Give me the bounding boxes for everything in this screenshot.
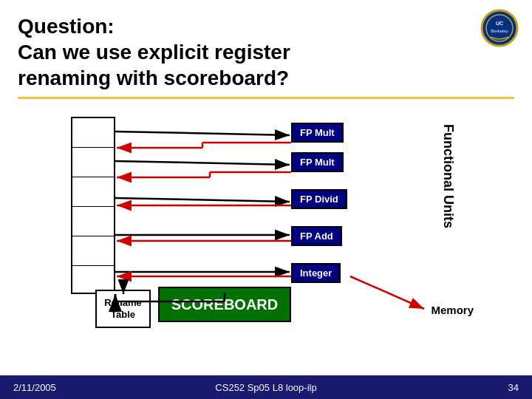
rename-table-box: RenameTable xyxy=(95,290,151,328)
fu-fp-add-label: FP Add xyxy=(300,231,333,242)
fu-fp-add: FP Add xyxy=(291,226,342,246)
fu-fp-div: FP Divid xyxy=(291,189,347,209)
fu-fp-mult1: FP Mult xyxy=(291,123,344,143)
svg-point-0 xyxy=(482,10,517,46)
fu-fp-mult2-label: FP Mult xyxy=(300,157,335,168)
svg-line-9 xyxy=(115,198,290,202)
title-line3: renaming with scoreboard? xyxy=(18,66,289,89)
title-line1: Question: xyxy=(18,15,115,38)
fu-fp-mult2: FP Mult xyxy=(291,152,344,172)
svg-line-24 xyxy=(350,276,424,309)
fu-fp-mult1-label: FP Mult xyxy=(300,127,335,138)
bottom-date: 2/11/2005 xyxy=(13,382,56,393)
title-line2: Can we use explicit register xyxy=(18,41,290,64)
memory-label: Memory xyxy=(431,304,474,316)
svg-line-7 xyxy=(115,132,290,135)
bottom-course: CS252 Sp05 L8 loop-ilp xyxy=(215,382,316,393)
reg-row-2 xyxy=(72,148,114,177)
rename-table-label: RenameTable xyxy=(104,297,142,320)
svg-line-8 xyxy=(115,161,290,165)
fu-integer-label: Integer xyxy=(300,267,332,279)
title-underline xyxy=(18,97,514,99)
slide: UC Berkeley Question: Can we use explici… xyxy=(0,0,532,399)
scoreboard-label: SCOREBOARD xyxy=(171,296,278,313)
svg-text:Berkeley: Berkeley xyxy=(491,29,508,33)
reg-row-5 xyxy=(72,236,114,266)
diagram-area: Registers FP Mult FP Mult FP Divid FP Ad… xyxy=(18,109,514,361)
bottom-page: 34 xyxy=(508,382,519,393)
fu-label: Functional Units xyxy=(440,117,456,236)
logo: UC Berkeley xyxy=(480,9,519,47)
reg-row-1 xyxy=(72,118,114,148)
reg-row-3 xyxy=(72,177,114,207)
register-file xyxy=(71,117,115,294)
fu-integer: Integer xyxy=(291,263,341,283)
svg-text:UC: UC xyxy=(496,21,503,26)
reg-row-4 xyxy=(72,207,114,236)
fu-fp-div-label: FP Divid xyxy=(300,194,338,205)
bottom-bar: 2/11/2005 CS252 Sp05 L8 loop-ilp 34 xyxy=(0,375,532,399)
slide-title: Question: Can we use explicit register r… xyxy=(18,13,514,91)
scoreboard-box: SCOREBOARD xyxy=(158,287,291,322)
